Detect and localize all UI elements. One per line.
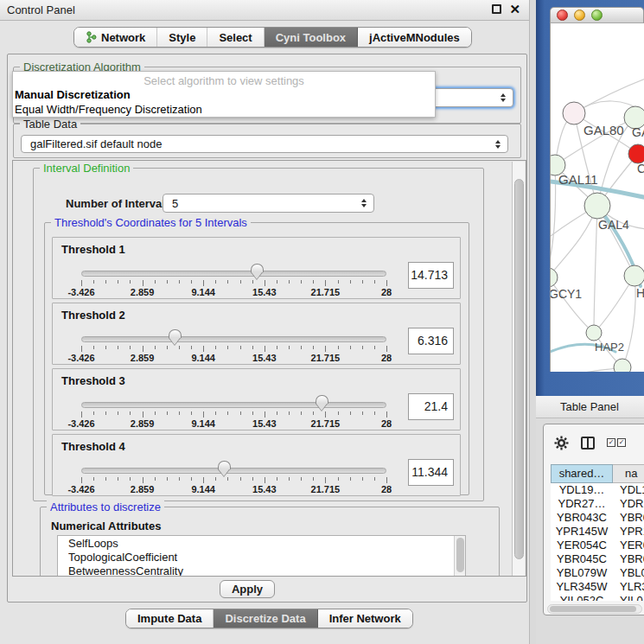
table-panel-titlebar: Table Panel bbox=[536, 396, 644, 418]
table-row[interactable]: YBR045CYBR0 bbox=[551, 552, 644, 566]
cell-shared-name[interactable]: YDL19… bbox=[551, 483, 613, 497]
checkbox-icon: ✓ bbox=[617, 438, 626, 447]
attribute-list-item[interactable]: BetweennessCentrality bbox=[58, 564, 465, 577]
tab-jactivemnodules[interactable]: jActiveMNodules bbox=[358, 28, 471, 47]
network-node-hap2[interactable] bbox=[586, 325, 602, 341]
network-node-gal4[interactable] bbox=[584, 193, 610, 219]
network-node-gcy1[interactable] bbox=[551, 268, 558, 287]
cell-name[interactable]: YBR0 bbox=[613, 511, 644, 525]
close-icon[interactable]: ✕ bbox=[509, 4, 520, 14]
cell-name[interactable]: YPR1 bbox=[613, 525, 644, 539]
threshold-value-field[interactable]: 11.344 bbox=[408, 459, 454, 486]
threshold-value-field[interactable]: 14.713 bbox=[408, 262, 454, 289]
tab-select[interactable]: Select bbox=[207, 28, 264, 47]
threshold-value-field[interactable]: 21.4 bbox=[408, 393, 454, 420]
cell-shared-name[interactable]: YBR045C bbox=[551, 552, 613, 566]
network-node-gal80[interactable] bbox=[563, 102, 585, 124]
column-header-shared-name[interactable]: shared… bbox=[551, 464, 613, 483]
tab-label: Network bbox=[101, 31, 145, 44]
gear-icon[interactable] bbox=[554, 436, 569, 450]
cell-name[interactable]: YIL0 bbox=[613, 594, 644, 601]
table-h-scrollbar-thumb[interactable] bbox=[550, 606, 636, 612]
tab-cyni-toolbox[interactable]: Cyni Toolbox bbox=[265, 28, 358, 47]
table-h-scrollbar[interactable] bbox=[547, 604, 642, 614]
slider-track[interactable] bbox=[81, 336, 386, 342]
table-row[interactable]: YDL19…YDL1 bbox=[551, 483, 644, 497]
cell-name[interactable]: YER0 bbox=[613, 539, 644, 552]
threshold-slider[interactable]: -3.4262.8599.14415.4321.71528 bbox=[81, 369, 386, 431]
cell-name[interactable]: YDR2 bbox=[613, 497, 644, 511]
threshold-value-field[interactable]: 6.316 bbox=[408, 328, 454, 354]
cell-shared-name[interactable]: YLR345W bbox=[551, 580, 613, 594]
zoom-traffic-icon[interactable] bbox=[591, 10, 603, 21]
cell-shared-name[interactable]: YPR145W bbox=[551, 525, 613, 539]
tab-discretize-data[interactable]: Discretize Data bbox=[214, 609, 317, 628]
viewport-scrollbar[interactable] bbox=[512, 162, 525, 577]
threshold-panel-1: Threshold 1-3.4262.8599.14415.4321.71528… bbox=[52, 237, 461, 299]
slider-ticks bbox=[81, 346, 386, 353]
cell-shared-name[interactable]: YBR043C bbox=[551, 511, 613, 525]
viewport-scrollbar-thumb[interactable] bbox=[514, 179, 524, 559]
network-window[interactable]: GAL80GACGAL11GAL4GCY1HHAP2 bbox=[550, 7, 644, 372]
network-node[interactable] bbox=[614, 359, 631, 372]
algorithm-option-equal-width[interactable]: Equal Width/Frequency Discretization bbox=[13, 102, 435, 117]
close-traffic-icon[interactable] bbox=[557, 10, 568, 21]
number-of-intervals-combo[interactable]: 5 bbox=[163, 194, 374, 213]
table-row[interactable]: YLR345WYLR3 bbox=[551, 580, 644, 594]
threshold-slider[interactable]: -3.4262.8599.14415.4321.71528 bbox=[81, 435, 386, 497]
slider-track[interactable] bbox=[81, 402, 386, 408]
select-columns-icon[interactable]: ✓ ✓ bbox=[607, 438, 626, 447]
tab-network[interactable]: Network bbox=[74, 28, 157, 47]
network-canvas[interactable]: GAL80GACGAL11GAL4GCY1HHAP2 bbox=[550, 23, 644, 372]
cell-name[interactable]: YLR3 bbox=[613, 580, 644, 594]
cell-shared-name[interactable]: YDR27… bbox=[551, 497, 613, 511]
slider-track[interactable] bbox=[81, 271, 386, 277]
table-row[interactable]: YDR27…YDR2 bbox=[551, 497, 644, 511]
threshold-panel-4: Threshold 4-3.4262.8599.14415.4321.71528… bbox=[52, 434, 461, 496]
table-row[interactable]: YBL079WYBL0 bbox=[551, 566, 644, 580]
slider-thumb[interactable] bbox=[251, 264, 264, 272]
threshold-slider[interactable]: -3.4262.8599.14415.4321.71528 bbox=[81, 238, 386, 300]
table-row[interactable]: YBR043CYBR0 bbox=[551, 511, 644, 525]
tab-impute-data[interactable]: Impute Data bbox=[126, 609, 214, 628]
network-node-label: GCY1 bbox=[551, 287, 582, 301]
threshold-slider[interactable]: -3.4262.8599.14415.4321.71528 bbox=[81, 303, 386, 366]
cell-name[interactable]: YDL1 bbox=[613, 483, 644, 497]
table-row[interactable]: YPR145WYPR1 bbox=[551, 525, 644, 539]
slider-thumb[interactable] bbox=[316, 395, 328, 404]
cell-shared-name[interactable]: YBL079W bbox=[551, 566, 613, 580]
slider-track[interactable] bbox=[81, 468, 386, 474]
algorithm-option-manual[interactable]: Manual Discretization bbox=[13, 87, 435, 102]
float-window-icon[interactable] bbox=[492, 4, 501, 14]
table-row[interactable]: YIL052CYIL0 bbox=[551, 594, 644, 601]
network-node-label: GAL80 bbox=[583, 123, 624, 137]
number-of-intervals-label: Number of Intervals bbox=[66, 197, 171, 210]
panel-splitter[interactable] bbox=[529, 0, 536, 644]
network-node-c[interactable] bbox=[628, 144, 644, 163]
cell-name[interactable]: YBR0 bbox=[613, 552, 644, 566]
network-window-titlebar[interactable] bbox=[550, 7, 644, 23]
list-scrollbar-thumb[interactable] bbox=[456, 538, 464, 572]
tab-label: Infer Network bbox=[329, 612, 401, 625]
top-tabbar: Network Style Select Cyni Toolbox jActiv… bbox=[73, 27, 472, 48]
cell-shared-name[interactable]: YER054C bbox=[551, 539, 613, 552]
tab-style[interactable]: Style bbox=[157, 28, 207, 47]
table-row[interactable]: YER054CYER0 bbox=[551, 539, 644, 552]
cell-name[interactable]: YBL0 bbox=[613, 566, 644, 580]
attribute-list-item[interactable]: SelfLoops bbox=[58, 536, 465, 550]
apply-button[interactable]: Apply bbox=[220, 580, 275, 598]
attribute-list-item[interactable]: TopologicalCoefficient bbox=[58, 550, 465, 564]
network-node-label: GAL11 bbox=[558, 172, 598, 187]
tab-infer-network[interactable]: Infer Network bbox=[318, 609, 412, 628]
slider-thumb[interactable] bbox=[218, 461, 231, 469]
minimize-traffic-icon[interactable] bbox=[574, 10, 585, 21]
cell-shared-name[interactable]: YIL052C bbox=[551, 594, 613, 601]
table-data-combo[interactable]: galFiltered.sif default node bbox=[21, 135, 508, 153]
slider-thumb[interactable] bbox=[169, 329, 182, 338]
columns-icon[interactable] bbox=[581, 437, 595, 450]
list-scrollbar[interactable] bbox=[454, 536, 465, 577]
network-node-label: GA bbox=[632, 125, 644, 139]
numerical-attributes-list[interactable]: SelfLoopsTopologicalCoefficientBetweenne… bbox=[57, 535, 466, 577]
column-header-name[interactable]: na bbox=[613, 464, 644, 483]
network-node-h[interactable] bbox=[624, 265, 644, 286]
